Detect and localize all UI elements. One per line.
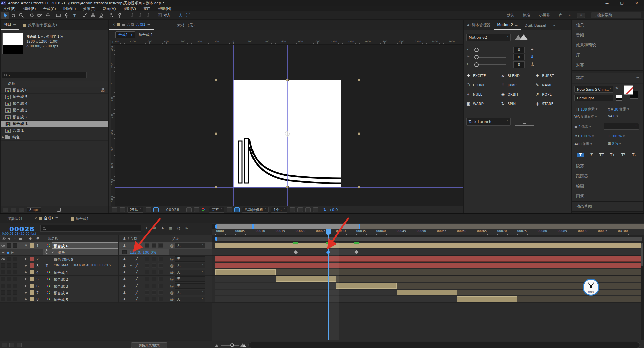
arrows-vertical-icon[interactable]: ⇕ (530, 54, 534, 59)
help-search-input[interactable]: 搜索帮助 (591, 12, 641, 18)
switch-cell[interactable] (152, 257, 156, 261)
tsume-field[interactable]: ⊡0 %▼ (608, 142, 621, 145)
layer-switch-cell[interactable] (13, 263, 17, 268)
expand-arrow-icon[interactable]: ▶ (25, 264, 27, 267)
transform-handle[interactable] (358, 132, 360, 135)
previous-keyframe-icon[interactable]: ◀ (2, 251, 4, 254)
motion-button-blend[interactable]: ≋BLEND (500, 73, 535, 78)
switch-cell[interactable] (152, 277, 156, 281)
hand-tool[interactable] (9, 12, 17, 19)
eye-icon[interactable] (1, 244, 5, 247)
shy-switch-icon[interactable]: ♟ (123, 277, 126, 281)
composition-mini-flowchart-icon[interactable]: ⚘ (145, 226, 148, 230)
menu-item[interactable]: 视图(V) (123, 6, 136, 11)
menu-item[interactable]: 帮助(H) (158, 6, 171, 11)
zoom-in-mountain-icon[interactable] (240, 343, 245, 347)
tracking-field[interactable]: VA0▼ (608, 114, 618, 118)
layer-switch-cell[interactable] (13, 270, 17, 274)
selection-tool[interactable] (1, 12, 9, 19)
shy-switch-icon[interactable]: ♟ (123, 284, 126, 288)
eye-switch-empty[interactable] (1, 297, 5, 301)
layer-selection-box[interactable] (216, 80, 359, 187)
tab-project[interactable]: 项目≡ (1, 22, 19, 30)
layer-switch-cell[interactable] (7, 270, 11, 274)
motion-button-jump[interactable]: ↥JUMP (500, 83, 535, 87)
motion-button-burst[interactable]: ✹BURST (535, 73, 569, 78)
expand-arrow-icon[interactable]: ▶ (25, 277, 27, 280)
project-columns-header[interactable]: 名称 (1, 81, 108, 87)
parent-column[interactable]: 父级 (172, 236, 179, 241)
layer-switch-cell[interactable] (13, 257, 17, 261)
slider-thumb[interactable] (474, 62, 479, 67)
slider-thumb[interactable] (474, 55, 479, 59)
toggle-switches-modes-button[interactable]: 切换开关/模式 (131, 342, 167, 348)
switch-cell[interactable] (158, 257, 163, 261)
expand-arrow-icon[interactable]: ▶ (25, 257, 27, 260)
brush-tool[interactable] (81, 12, 89, 19)
keyframes-row[interactable] (212, 249, 644, 256)
motion-button-name[interactable]: ✎NAME (535, 83, 569, 87)
layer-bar-row[interactable] (212, 282, 644, 289)
work-area-bar[interactable] (212, 235, 644, 242)
parent-pickwhip-icon[interactable]: @ (170, 277, 174, 281)
timeline-zoom-slider[interactable] (221, 345, 239, 346)
project-item[interactable]: ▶纯色 (1, 134, 108, 141)
layer-duration-bar[interactable] (276, 276, 336, 282)
faux-style-button[interactable]: T₁ (630, 153, 638, 157)
parent-dropdown[interactable]: 无˅ (175, 276, 205, 282)
parent-dropdown[interactable]: 无˅ (175, 297, 205, 302)
layer-switch-cell[interactable] (7, 284, 11, 288)
expand-arrow-icon[interactable]: ▶ (25, 298, 27, 301)
switch-cell[interactable] (152, 263, 156, 268)
sidebar-item-信息[interactable]: 信息 (572, 20, 643, 30)
scale-value[interactable]: 135.0, 100.0% (130, 250, 156, 255)
puppet-pin-tool[interactable] (116, 12, 124, 19)
navigator-start-handle[interactable] (215, 224, 217, 229)
layer-duration-bar[interactable] (457, 296, 517, 302)
playhead-line[interactable] (328, 229, 329, 340)
delete-item-icon[interactable] (57, 208, 61, 212)
reset-exposure-icon[interactable]: ↻ (323, 208, 326, 212)
timeline-horizontal-scrollbar[interactable] (248, 342, 640, 348)
layer-name[interactable]: 预合成 6 (54, 244, 68, 249)
motion-blur-icon[interactable]: ◔ (177, 226, 180, 230)
pen-tool[interactable] (62, 12, 71, 19)
rocket-icon[interactable]: ✈ (530, 48, 535, 51)
zoom-out-mountain-icon[interactable] (215, 344, 218, 347)
mini-fill-stroke-icon[interactable] (616, 95, 622, 101)
resolution-dropdown[interactable]: 完整˅ (209, 207, 224, 213)
motion-button-stare[interactable]: ◎STARE (535, 101, 569, 106)
tab-effect-controls[interactable]: 效果控件 预合成 6 (19, 23, 62, 30)
project-item[interactable]: 预合成 2 (1, 114, 108, 121)
layer-switch-cell[interactable] (13, 290, 17, 295)
sidebar-item-效果和预设[interactable]: 效果和预设 (572, 40, 643, 50)
fast-previews-icon[interactable] (297, 207, 303, 212)
shy-switch-icon[interactable]: ♟ (123, 244, 126, 247)
menu-item[interactable]: 窗口 (143, 6, 151, 11)
faux-style-button[interactable]: T (577, 153, 584, 157)
channel-icon[interactable] (202, 207, 206, 212)
expand-arrow-icon[interactable]: ▶ (25, 291, 27, 294)
hide-shy-layers-icon[interactable]: ♟ (161, 226, 164, 230)
parent-dropdown[interactable]: 无˅ (175, 263, 205, 268)
transform-handle[interactable] (358, 79, 360, 81)
ruler-origin-icon[interactable]: ⊹ (111, 40, 115, 45)
motion-button-excite[interactable]: ✚EXCITE (466, 73, 500, 78)
anchor-point-icon[interactable] (285, 131, 290, 136)
shy-switch-icon[interactable]: ♟ (123, 291, 126, 294)
tab-duik-bassel[interactable]: Duik Bassel (521, 23, 550, 30)
label-color-swatch[interactable] (30, 257, 34, 261)
layer-switch-cell[interactable] (7, 290, 11, 295)
composition-viewport[interactable] (115, 45, 463, 206)
keyframe-toggle-icon[interactable]: ◆ (7, 250, 9, 255)
audio-column-icon[interactable] (8, 237, 11, 241)
tab-render-queue[interactable]: 渲染队列 (4, 216, 26, 223)
tab-script-manager[interactable]: AE脚本管理器 (464, 23, 494, 30)
switch-cell[interactable] (158, 243, 163, 248)
source-name-column[interactable]: 源名称 (48, 236, 58, 241)
vertical-scale-field[interactable]: ↕T100 %▼ (574, 134, 594, 138)
layer-row[interactable]: ▶3TCINEMA4...TRATOR AFTEREFFECTS♟✧╱@无˅ (0, 262, 212, 269)
sidebar-item-character[interactable]: 字符≡ (572, 73, 643, 83)
workspace-tab[interactable]: 标准 (523, 13, 530, 18)
interpret-footage-icon[interactable] (3, 208, 8, 212)
